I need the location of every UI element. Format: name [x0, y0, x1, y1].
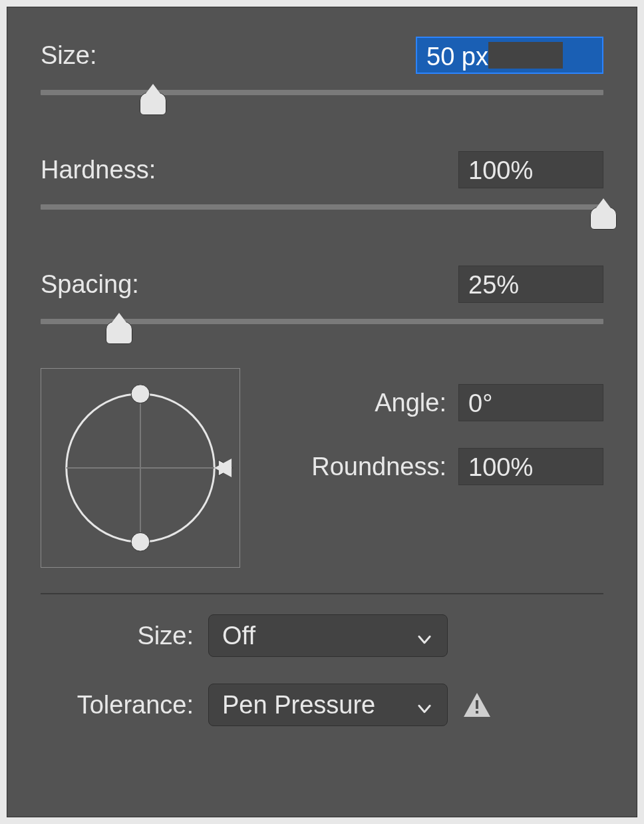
- size-slider-thumb[interactable]: [140, 93, 166, 115]
- spacing-slider[interactable]: [41, 315, 603, 348]
- dynamics-tolerance-value: Pen Pressure: [222, 691, 375, 720]
- size-input[interactable]: 50 px: [416, 37, 603, 74]
- roundness-input[interactable]: 100%: [458, 448, 603, 485]
- svg-marker-6: [214, 459, 232, 477]
- angle-input[interactable]: 0°: [458, 384, 603, 421]
- angle-row: Angle: 0°: [267, 384, 603, 421]
- dynamics-size-label: Size:: [54, 622, 194, 650]
- angle-picker-graphic: [41, 369, 240, 567]
- spacing-label: Spacing:: [41, 270, 139, 299]
- dynamics-tolerance-label: Tolerance:: [54, 691, 194, 720]
- spacing-row: Spacing: 25%: [41, 266, 603, 303]
- size-label: Size:: [41, 41, 96, 70]
- svg-point-3: [131, 385, 150, 403]
- spacing-slider-thumb[interactable]: [106, 321, 132, 344]
- dynamics-size-dropdown[interactable]: Off: [208, 614, 448, 657]
- chevron-down-icon: [415, 696, 434, 714]
- hardness-input[interactable]: 100%: [458, 151, 603, 188]
- dynamics-tolerance-row: Tolerance: Pen Pressure: [54, 684, 603, 726]
- spacing-input[interactable]: 25%: [458, 266, 603, 303]
- hardness-label: Hardness:: [41, 156, 156, 184]
- dynamics-size-row: Size: Off: [54, 614, 603, 657]
- hardness-slider-track: [41, 204, 603, 210]
- dynamics-tolerance-dropdown[interactable]: Pen Pressure: [208, 684, 448, 726]
- roundness-label: Roundness:: [311, 453, 446, 481]
- hardness-row: Hardness: 100%: [41, 151, 603, 188]
- hardness-slider-thumb[interactable]: [590, 207, 617, 230]
- angle-label: Angle:: [375, 389, 446, 417]
- hardness-slider[interactable]: [41, 200, 603, 234]
- divider: [41, 593, 603, 594]
- roundness-row: Roundness: 100%: [267, 448, 603, 485]
- svg-point-4: [131, 532, 150, 551]
- brush-settings-panel: Size: 50 px Hardness: 100% Spacing: 25%: [7, 7, 637, 817]
- warning-icon: [462, 690, 492, 720]
- dynamics-size-value: Off: [222, 622, 255, 650]
- chevron-down-icon: [415, 626, 434, 645]
- size-slider[interactable]: [41, 86, 603, 119]
- size-slider-track: [41, 90, 603, 95]
- angle-roundness-picker[interactable]: [41, 368, 240, 568]
- size-row: Size: 50 px: [41, 37, 603, 74]
- svg-rect-9: [476, 711, 478, 714]
- svg-rect-8: [476, 700, 478, 709]
- shape-area: Angle: 0° Roundness: 100%: [41, 368, 603, 568]
